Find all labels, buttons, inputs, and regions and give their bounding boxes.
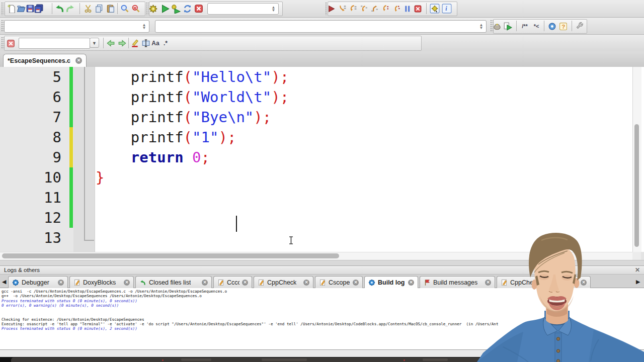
comment-icon[interactable] — [546, 20, 557, 32]
logs-tab-closed-files-list[interactable]: Closed files list✕ — [135, 276, 212, 288]
change-marker-green — [69, 67, 73, 87]
code-token: ) — [271, 68, 280, 85]
code-line[interactable]: printf("1"); — [96, 127, 289, 147]
step-into-instruction-icon[interactable] — [391, 3, 402, 15]
paste-icon[interactable] — [105, 3, 116, 15]
close-icon[interactable]: ✕ — [58, 280, 64, 286]
code-token: } — [96, 169, 104, 186]
debug-continue-icon[interactable] — [326, 3, 337, 15]
code-line[interactable]: printf("Bye\n"); — [96, 107, 289, 127]
extract-docs-icon[interactable] — [492, 20, 503, 32]
stop-debug-icon[interactable] — [412, 3, 423, 15]
settings-wrench-icon[interactable] — [574, 20, 585, 32]
code-token: ; — [263, 109, 271, 126]
combo-stepper-icon[interactable]: ▲▼ — [140, 21, 148, 32]
code-line[interactable]: printf("Hello\t"); — [96, 67, 289, 87]
toolbar-separator — [79, 3, 80, 14]
close-search-icon[interactable] — [5, 37, 16, 49]
log-line: Checking for existence: /Users/Antonie/D… — [2, 317, 644, 322]
search-input[interactable] — [19, 38, 90, 49]
logs-tab-doxyblocks[interactable]: DoxyBlocks✕ — [69, 276, 134, 288]
code-line[interactable]: printf("World\t"); — [96, 87, 289, 107]
close-icon[interactable]: ✕ — [202, 280, 208, 286]
logs-close-icon[interactable]: ✕ — [635, 266, 640, 274]
match-case-icon[interactable]: Aa — [150, 37, 161, 49]
logs-tab-label: Debugger — [22, 279, 49, 286]
build-and-run-icon[interactable] — [170, 3, 181, 15]
logs-tab-cccc[interactable]: Cccc✕ — [213, 276, 252, 288]
search-dropdown-icon[interactable]: ▼ — [90, 38, 99, 48]
logs-tab-cscope[interactable]: Cscope✕ — [315, 276, 363, 288]
regex-icon[interactable]: .* — [160, 37, 171, 49]
scope-combo[interactable]: ▲▼ — [4, 20, 149, 33]
block-comment-icon[interactable]: /** — [519, 20, 530, 32]
code-editor[interactable]: 5678910111213 printf("Hello\t"); printf(… — [0, 67, 644, 252]
combo-stepper-icon[interactable]: ▲▼ — [270, 4, 277, 14]
logs-tab-debugger[interactable]: Debugger✕ — [8, 276, 68, 288]
close-icon[interactable]: ✕ — [408, 280, 414, 286]
search-prev-icon[interactable] — [105, 37, 116, 49]
line-number: 11 — [0, 188, 61, 208]
horizontal-scrollbar-thumb[interactable] — [2, 253, 339, 258]
combo-stepper-icon[interactable]: ▲▼ — [477, 21, 485, 32]
highlight-icon[interactable] — [129, 37, 140, 49]
build-target-combo[interactable]: ▲▼ — [207, 3, 279, 15]
logs-tab-cppcheck-vera-messages[interactable]: CppCheck/Vera++ messages✕ — [497, 276, 591, 288]
logs-pane-caption[interactable]: Logs & others — [0, 265, 644, 275]
run-to-cursor-icon[interactable] — [337, 3, 348, 15]
logs-tab-build-messages[interactable]: Build messages✕ — [420, 276, 495, 288]
redo-icon[interactable] — [65, 3, 76, 15]
run-html-icon[interactable] — [502, 20, 513, 32]
text-caret — [236, 216, 237, 232]
line-comment-icon[interactable]: *< — [531, 20, 542, 32]
find-icon[interactable] — [119, 3, 130, 15]
log-line — [2, 308, 644, 312]
debug-windows-icon[interactable] — [429, 3, 440, 15]
logs-tab-label: Build messages — [433, 279, 477, 286]
logs-tab-label: Closed files list — [149, 279, 191, 286]
logs-tab-build-log[interactable]: Build log✕ — [364, 276, 418, 288]
abort-icon[interactable] — [193, 3, 204, 15]
cut-icon[interactable] — [83, 3, 94, 15]
build-log-output[interactable]: gcc -ansi -c /Users/Antonie/Desktop/Esca… — [0, 288, 644, 349]
next-instruction-icon[interactable] — [380, 3, 391, 15]
copy-icon[interactable] — [94, 3, 105, 15]
dock-indicator-dot — [404, 359, 405, 361]
run-icon[interactable] — [159, 3, 171, 15]
code-text[interactable]: printf("Hello\t"); printf("World\t"); pr… — [96, 67, 289, 188]
vertical-scrollbar-thumb[interactable] — [634, 124, 639, 247]
close-icon[interactable]: ✕ — [485, 280, 491, 286]
close-icon[interactable]: ✕ — [124, 280, 130, 286]
step-out-icon[interactable] — [369, 3, 380, 15]
code-line[interactable]: } — [96, 167, 289, 188]
close-icon[interactable]: ✕ — [75, 57, 82, 64]
step-into-icon[interactable] — [358, 3, 369, 15]
close-icon[interactable]: ✕ — [303, 280, 309, 286]
log-line: 0 error(s), 0 warning(s) (0 minute(s), 0… — [2, 303, 644, 308]
tab-escapesequences[interactable]: *EscapeSequences.c ✕ — [3, 54, 87, 67]
line-number: 9 — [0, 147, 61, 167]
next-line-icon[interactable] — [347, 3, 358, 15]
logs-tab-cppcheck[interactable]: CppCheck✕ — [254, 276, 313, 288]
rebuild-icon[interactable] — [182, 3, 193, 15]
close-icon[interactable]: ✕ — [353, 280, 359, 286]
toolbar-separator — [516, 21, 517, 31]
search-next-icon[interactable] — [117, 37, 128, 49]
build-icon[interactable] — [147, 3, 158, 15]
save-all-icon[interactable] — [33, 3, 44, 15]
function-combo[interactable]: ▲▼ — [155, 20, 487, 33]
debug-info-icon[interactable]: i — [441, 3, 452, 15]
macos-dock-bar[interactable] — [11, 357, 644, 362]
pencil-icon — [319, 279, 326, 286]
replace-icon[interactable]: R — [130, 3, 141, 15]
tab-scroll-left-icon[interactable]: ◀ — [2, 279, 6, 285]
close-icon[interactable]: ✕ — [242, 280, 248, 286]
tab-scroll-right-icon[interactable]: ▶ — [636, 279, 640, 285]
code-line[interactable]: return 0; — [96, 147, 289, 167]
undo-icon[interactable] — [54, 3, 65, 15]
toolbar-grip[interactable] — [1, 2, 4, 15]
close-icon[interactable]: ✕ — [581, 280, 587, 286]
pause-icon[interactable] — [401, 3, 413, 15]
line-number: 6 — [0, 87, 61, 107]
whats-this-icon[interactable]: ? — [557, 20, 569, 32]
